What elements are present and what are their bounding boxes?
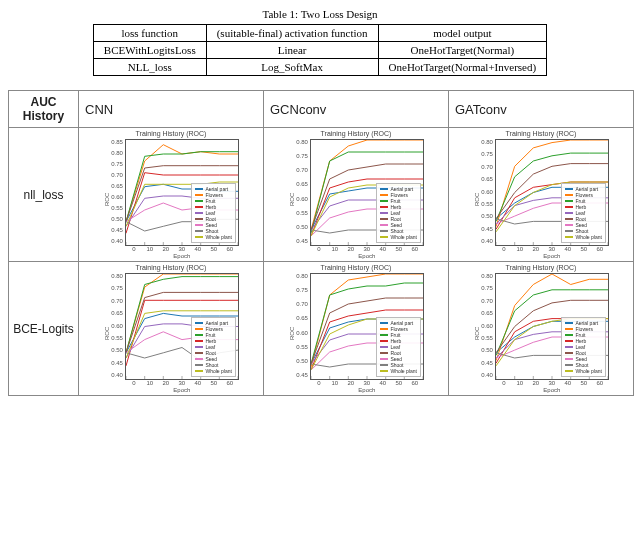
chart-title: Training History (ROC) — [81, 130, 261, 137]
chart-xlabel: Epoch — [495, 387, 609, 393]
row-bce-logits: BCE-Logits — [9, 262, 79, 396]
grid-corner: AUC History — [9, 91, 79, 128]
chart-xticks: 0102030405060 — [496, 246, 608, 252]
table-row: BCEWithLogitsLoss Linear OneHotTarget(No… — [93, 42, 546, 59]
chart-xlabel: Epoch — [125, 253, 239, 259]
chart-title: Training History (ROC) — [266, 130, 446, 137]
chart-yticks: 0.800.750.700.650.600.550.500.45 — [296, 273, 310, 378]
chart-plot: Aerial partFlowersFruitHerbLeafRootSeedS… — [495, 139, 609, 246]
chart-nll-gcn: Training History (ROC) ROC 0.800.750.700… — [264, 128, 449, 262]
chart-title: Training History (ROC) — [451, 264, 631, 271]
chart-xlabel: Epoch — [310, 387, 424, 393]
chart-xticks: 0102030405060 — [311, 246, 423, 252]
chart-yticks: 0.850.800.750.700.650.600.550.500.450.40 — [111, 139, 125, 244]
chart-ylabel: ROC — [473, 273, 481, 393]
td: OneHotTarget(Normal+Inversed) — [378, 59, 547, 76]
col-gcnconv: GCNconv — [264, 91, 449, 128]
td: BCEWithLogitsLoss — [93, 42, 206, 59]
chart-ylabel: ROC — [288, 139, 296, 259]
table-caption: Table 1: Two Loss Design — [8, 8, 632, 20]
chart-bce-gat: Training History (ROC) ROC 0.800.750.700… — [449, 262, 634, 396]
chart-plot: Aerial partFlowersFruitHerbLeafRootSeedS… — [125, 273, 239, 380]
loss-design-table: loss function (suitable-final) activatio… — [93, 24, 547, 76]
chart-xticks: 0102030405060 — [126, 380, 238, 386]
chart-yticks: 0.800.750.700.650.600.550.500.450.40 — [111, 273, 125, 378]
th-activation: (suitable-final) activation function — [206, 25, 378, 42]
chart-plot: Aerial partFlowersFruitHerbLeafRootSeedS… — [495, 273, 609, 380]
td: NLL_loss — [93, 59, 206, 76]
chart-grid: AUC History CNN GCNconv GATconv nll_loss… — [8, 90, 634, 396]
th-loss: loss function — [93, 25, 206, 42]
chart-legend: Aerial partFlowersFruitHerbLeafRootSeedS… — [376, 317, 420, 377]
chart-ylabel: ROC — [288, 273, 296, 393]
chart-xticks: 0102030405060 — [126, 246, 238, 252]
table-row: NLL_loss Log_SoftMax OneHotTarget(Normal… — [93, 59, 546, 76]
chart-plot: Aerial partFlowersFruitHerbLeafRootSeedS… — [125, 139, 239, 246]
chart-nll-cnn: Training History (ROC) ROC 0.850.800.750… — [79, 128, 264, 262]
chart-legend: Aerial partFlowersFruitHerbLeafRootSeedS… — [376, 183, 420, 243]
col-gatconv: GATconv — [449, 91, 634, 128]
chart-yticks: 0.800.750.700.650.600.550.500.450.40 — [481, 273, 495, 378]
chart-plot: Aerial partFlowersFruitHerbLeafRootSeedS… — [310, 273, 424, 380]
chart-ylabel: ROC — [103, 273, 111, 393]
chart-legend: Aerial partFlowersFruitHerbLeafRootSeedS… — [191, 183, 235, 243]
chart-ylabel: ROC — [473, 139, 481, 259]
chart-legend: Aerial partFlowersFruitHerbLeafRootSeedS… — [561, 317, 605, 377]
chart-ylabel: ROC — [103, 139, 111, 259]
th-output: model output — [378, 25, 547, 42]
chart-bce-cnn: Training History (ROC) ROC 0.800.750.700… — [79, 262, 264, 396]
chart-title: Training History (ROC) — [266, 264, 446, 271]
chart-plot: Aerial partFlowersFruitHerbLeafRootSeedS… — [310, 139, 424, 246]
col-cnn: CNN — [79, 91, 264, 128]
chart-legend: Aerial partFlowersFruitHerbLeafRootSeedS… — [561, 183, 605, 243]
chart-title: Training History (ROC) — [451, 130, 631, 137]
chart-title: Training History (ROC) — [81, 264, 261, 271]
chart-xlabel: Epoch — [310, 253, 424, 259]
chart-legend: Aerial partFlowersFruitHerbLeafRootSeedS… — [191, 317, 235, 377]
table-row: loss function (suitable-final) activatio… — [93, 25, 546, 42]
chart-yticks: 0.800.750.700.650.600.550.500.450.40 — [481, 139, 495, 244]
chart-bce-gcn: Training History (ROC) ROC 0.800.750.700… — [264, 262, 449, 396]
chart-xlabel: Epoch — [125, 387, 239, 393]
chart-xlabel: Epoch — [495, 253, 609, 259]
td: Linear — [206, 42, 378, 59]
td: Log_SoftMax — [206, 59, 378, 76]
chart-nll-gat: Training History (ROC) ROC 0.800.750.700… — [449, 128, 634, 262]
chart-xticks: 0102030405060 — [496, 380, 608, 386]
row-nll-loss: nll_loss — [9, 128, 79, 262]
td: OneHotTarget(Normal) — [378, 42, 547, 59]
chart-xticks: 0102030405060 — [311, 380, 423, 386]
chart-yticks: 0.800.750.700.650.600.550.500.45 — [296, 139, 310, 244]
